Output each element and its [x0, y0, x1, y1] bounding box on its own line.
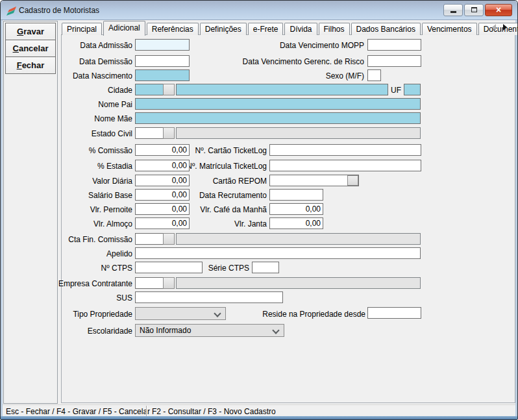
data-nascimento-label: Data Nascimento — [16, 71, 132, 81]
chevron-down-icon — [272, 327, 279, 334]
pct-comissao-input[interactable] — [135, 144, 190, 156]
nome-mae-label: Nome Mãe — [16, 114, 132, 124]
vlr-almoco-input[interactable] — [135, 217, 190, 229]
tipo-propriedade-label: Tipo Propriedade — [16, 309, 132, 319]
uf-input[interactable] — [404, 84, 421, 95]
tipo-propriedade-select[interactable] — [135, 307, 226, 320]
uf-label: UF — [389, 85, 401, 95]
escolaridade-select[interactable]: Não Informado — [135, 324, 284, 337]
data-vencimento-mopp-input[interactable] — [367, 39, 421, 51]
window-frame-right — [515, 20, 517, 417]
cartao-repom-input[interactable] — [269, 175, 359, 186]
tab-scroll-right-icon[interactable] — [503, 24, 507, 31]
empresa-contratante-label: Empresa Contratante — [16, 278, 132, 289]
close-button[interactable]: × — [485, 4, 512, 16]
cidade-lookup-button[interactable] — [163, 84, 175, 95]
salario-base-input[interactable] — [135, 189, 190, 201]
cta-fin-comissao-name-display — [176, 233, 421, 245]
pct-estadia-input[interactable] — [135, 160, 190, 171]
tab-dados-bancarios[interactable]: Dados Bancários — [351, 23, 421, 35]
estado-civil-label: Estado Civil — [16, 129, 132, 139]
sexo-input[interactable] — [367, 69, 381, 81]
empresa-contratante-name-display — [176, 277, 421, 289]
serie-ctps-input[interactable] — [252, 262, 279, 273]
cidade-code-input[interactable] — [135, 84, 164, 95]
tab-referencias[interactable]: Referências — [147, 23, 199, 35]
tab-filhos[interactable]: Filhos — [319, 23, 350, 35]
cta-fin-comissao-lookup-button[interactable] — [163, 233, 175, 245]
num-ctps-input[interactable] — [135, 262, 203, 273]
estado-civil-lookup-button[interactable] — [163, 127, 175, 139]
window-frame-bottom — [1, 416, 517, 419]
cidade-name-input[interactable] — [176, 84, 388, 95]
vlr-pernoite-input[interactable] — [135, 203, 190, 215]
nome-mae-input[interactable] — [135, 112, 421, 124]
cartao-repom-lookup-button[interactable] — [347, 175, 358, 186]
data-recrutamento-input[interactable] — [269, 189, 323, 201]
num-cartao-ticketlog-input[interactable] — [269, 144, 421, 156]
sus-label: SUS — [16, 293, 132, 303]
apelido-input[interactable] — [135, 247, 421, 259]
status-shortcuts-left: Esc - Fechar / F4 - Gravar / F5 - Cancel… — [6, 407, 150, 416]
estado-civil-code-input[interactable] — [135, 127, 164, 139]
minimize-button[interactable] — [443, 4, 463, 16]
cartao-repom-label: Cartão REPOM — [176, 176, 267, 186]
valor-diaria-label: Valor Diária — [16, 176, 132, 186]
status-shortcuts-right: F2 - Consultar / F3 - Novo Cadastro — [152, 407, 276, 416]
data-vencimento-mopp-label: Data Vencimento MOPP — [195, 40, 364, 51]
vlr-cafe-input[interactable] — [269, 203, 323, 215]
escolaridade-label: Escolaridade — [16, 326, 132, 336]
empresa-contratante-code-input[interactable] — [135, 277, 164, 289]
chevron-down-icon — [214, 310, 221, 317]
nome-pai-input[interactable] — [135, 98, 421, 110]
pct-comissao-label: % Comissão — [16, 145, 132, 156]
cadastro-motoristas-window: Cadastro de Motoristas × Gravar Cancelar… — [0, 0, 518, 420]
cta-fin-comissao-label: Cta Fin. Comissão — [16, 234, 132, 245]
close-icon: × — [486, 5, 512, 16]
tab-scroll-left-icon[interactable] — [492, 24, 496, 31]
empresa-contratante-lookup-button[interactable] — [163, 277, 175, 289]
num-matricula-ticketlog-label: Nº. Matrícula TicketLog — [176, 161, 267, 171]
vlr-almoco-label: Vlr. Almoço — [16, 219, 132, 229]
nome-pai-label: Nome Pai — [16, 99, 132, 110]
tab-strip: Principal Adicional Referências Definiçõ… — [62, 20, 518, 35]
valor-diaria-input[interactable] — [135, 175, 190, 186]
sexo-label: Sexo (M/F) — [273, 71, 364, 81]
data-vencimento-gerenc-label: Data Vencimento Gerenc. de Risco — [195, 56, 364, 67]
sus-input[interactable] — [135, 291, 283, 303]
num-ctps-label: Nº CTPS — [16, 263, 132, 273]
window-frame-left — [1, 20, 3, 417]
reside-desde-label: Reside na Propriedade desde — [247, 309, 365, 319]
maximize-button[interactable] — [464, 4, 484, 16]
apelido-label: Apelido — [16, 249, 132, 259]
pct-estadia-label: % Estadia — [16, 161, 132, 171]
tab-documentos[interactable]: Documentos — [478, 23, 518, 35]
data-demissao-label: Data Demissão — [16, 56, 132, 67]
tab-vencimentos[interactable]: Vencimentos — [422, 23, 477, 35]
cta-fin-comissao-code-input[interactable] — [135, 233, 164, 245]
tab-principal[interactable]: Principal — [62, 23, 102, 35]
app-logo-icon — [6, 6, 17, 18]
data-admissao-label: Data Admissão — [16, 40, 132, 51]
tab-definicoes[interactable]: Definições — [200, 23, 247, 35]
minimize-icon — [450, 11, 456, 13]
num-matricula-ticketlog-input[interactable] — [269, 160, 421, 171]
vlr-janta-label: Vlr. Janta — [176, 219, 267, 229]
data-vencimento-gerenc-input[interactable] — [367, 55, 421, 67]
tab-divida[interactable]: Dívida — [284, 23, 317, 35]
tab-efrete[interactable]: e-Frete — [248, 23, 284, 35]
data-admissao-input[interactable] — [135, 39, 190, 51]
data-recrutamento-label: Data Recrutamento — [176, 190, 267, 201]
serie-ctps-label: Série CTPS — [195, 263, 249, 273]
data-nascimento-input[interactable] — [135, 69, 190, 81]
data-demissao-input[interactable] — [135, 55, 190, 67]
num-cartao-ticketlog-label: Nº. Cartão TicketLog — [176, 145, 267, 156]
vlr-pernoite-label: Vlr. Pernoite — [16, 204, 132, 215]
reside-desde-input[interactable] — [367, 307, 421, 319]
gravar-button[interactable]: Gravar — [5, 23, 56, 40]
titlebar[interactable]: Cadastro de Motoristas × — [1, 1, 517, 20]
vlr-cafe-label: Vlr. Café da Manhã — [176, 204, 267, 215]
estado-civil-name-display — [176, 127, 421, 139]
tab-adicional[interactable]: Adicional — [103, 21, 145, 36]
vlr-janta-input[interactable] — [269, 217, 323, 229]
